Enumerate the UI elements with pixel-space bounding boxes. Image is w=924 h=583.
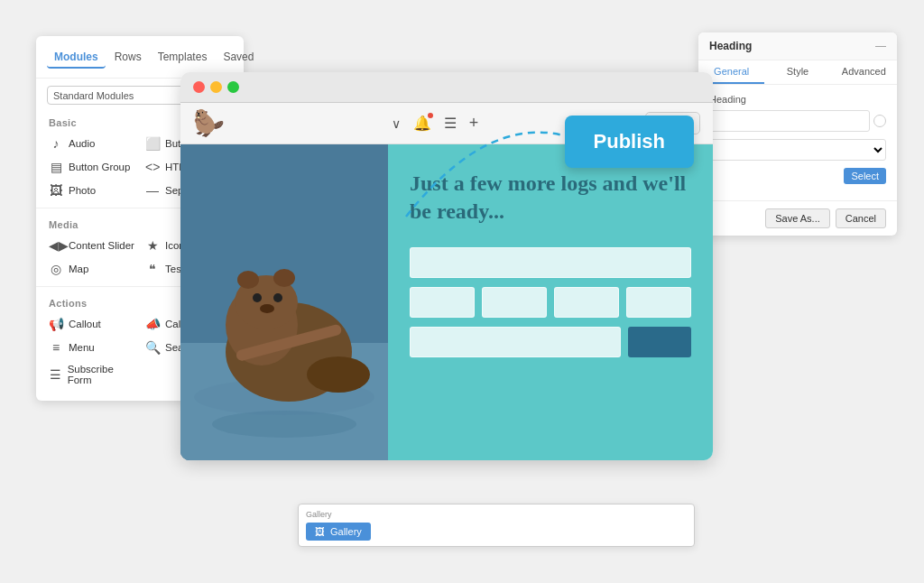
publish-button[interactable]: Publish <box>565 116 694 168</box>
tab-templates[interactable]: Templates <box>151 47 215 69</box>
content-right: Just a few more logs and we'll be ready.… <box>388 144 713 460</box>
module-menu[interactable]: ≡ Menu <box>43 336 140 359</box>
form-submit-row <box>410 327 691 357</box>
toolbar-chevron-icon[interactable]: ∨ <box>392 116 401 131</box>
gallery-item-label: Gallery <box>330 526 362 537</box>
gallery-bar: Gallery 🖼 Gallery <box>298 504 695 547</box>
call-to-action-icon: 📣 <box>145 317 160 331</box>
module-content-slider[interactable]: ◀▶ Content Slider <box>43 234 140 257</box>
module-button-group-label: Button Group <box>69 162 130 172</box>
gallery-bar-label: Gallery <box>306 510 687 519</box>
form-field-last[interactable] <box>482 287 547 318</box>
menu-icon: ≡ <box>49 340 63 355</box>
separator-icon: — <box>145 183 160 198</box>
button-icon: ⬜ <box>145 136 160 151</box>
heading-section-label: Heading <box>709 94 886 105</box>
content-slider-icon: ◀▶ <box>49 238 63 253</box>
module-photo[interactable]: 🖼 Photo <box>43 179 140 202</box>
content-headline: Just a few more logs and we'll be ready.… <box>410 170 691 226</box>
gallery-inner-item[interactable]: 🖼 Gallery <box>306 523 371 541</box>
group-label-text: Standard Modules <box>53 90 134 101</box>
form-field-email[interactable] <box>410 247 691 278</box>
svg-point-12 <box>260 304 274 313</box>
audio-icon: ♪ <box>49 136 63 151</box>
module-subscribe-form[interactable]: ☰ Subscribe Form <box>43 359 140 390</box>
module-content-slider-label: Content Slider <box>69 240 134 251</box>
right-panel-header: Heading — <box>698 32 897 60</box>
module-callout[interactable]: 📢 Callout <box>43 312 140 336</box>
module-photo-label: Photo <box>69 185 96 196</box>
beaver-image <box>180 144 388 460</box>
site-logo: 🦫 <box>193 108 225 138</box>
form-submit-button[interactable] <box>628 327 691 357</box>
select-row: Select <box>709 168 886 184</box>
testimonials-icon: ❝ <box>145 262 160 276</box>
heading-color-circle[interactable] <box>873 115 886 127</box>
heading-input-row <box>709 110 886 132</box>
svg-point-4 <box>212 411 356 438</box>
toolbar-bell-icon[interactable]: 🔔 <box>413 115 431 132</box>
heading-select[interactable] <box>709 139 886 161</box>
module-audio-label: Audio <box>69 138 95 149</box>
right-panel: Heading — General Style Advanced Heading… <box>698 32 897 236</box>
right-panel-tabs: General Style Advanced <box>698 60 897 85</box>
minimize-window-button[interactable] <box>210 81 222 93</box>
module-button-group[interactable]: ▤ Button Group <box>43 155 140 179</box>
form-submit-input[interactable] <box>410 327 621 357</box>
tab-saved[interactable]: Saved <box>216 47 261 69</box>
button-group-icon: ▤ <box>49 160 63 174</box>
right-panel-footer: Save As... Cancel <box>698 200 897 236</box>
callout-icon: 📢 <box>49 317 63 331</box>
form-field-first[interactable] <box>410 287 475 318</box>
close-window-button[interactable] <box>193 81 205 93</box>
module-callout-label: Callout <box>69 319 101 329</box>
module-subscribe-form-label: Subscribe Form <box>68 364 134 385</box>
subscribe-form-icon: ☰ <box>49 367 62 382</box>
toolbar-plus-icon[interactable]: + <box>469 114 479 133</box>
form-field-zip[interactable] <box>626 287 691 318</box>
tab-style[interactable]: Style <box>764 60 830 84</box>
svg-point-10 <box>253 293 262 302</box>
search-module-icon: 🔍 <box>145 340 160 355</box>
module-map-label: Map <box>69 264 88 274</box>
right-panel-content: Heading Select <box>698 85 897 200</box>
svg-point-9 <box>273 269 295 287</box>
module-audio[interactable]: ♪ Audio <box>43 132 140 155</box>
notification-dot <box>428 113 433 118</box>
module-map[interactable]: ◎ Map <box>43 257 140 281</box>
minimize-icon[interactable]: — <box>875 40 886 52</box>
tab-modules[interactable]: Modules <box>47 47 106 69</box>
browser-content: Just a few more logs and we'll be ready.… <box>180 144 713 460</box>
svg-point-14 <box>307 356 370 393</box>
tab-advanced[interactable]: Advanced <box>831 60 897 84</box>
html-icon: <> <box>145 160 160 174</box>
toolbar-center: ∨ 🔔 ☰ + <box>392 114 479 133</box>
traffic-lights <box>193 81 239 93</box>
select-button[interactable]: Select <box>844 168 886 184</box>
tab-rows[interactable]: Rows <box>107 47 149 69</box>
icon-icon: ★ <box>145 238 160 253</box>
browser-chrome <box>180 72 713 103</box>
save-as-button[interactable]: Save As... <box>765 208 830 228</box>
heading-input[interactable] <box>709 110 870 132</box>
map-icon: ◎ <box>49 262 63 276</box>
photo-icon: 🖼 <box>49 183 63 198</box>
right-panel-title: Heading <box>709 40 752 52</box>
gallery-item-icon: 🖼 <box>315 526 325 537</box>
form-fields-row <box>410 287 691 318</box>
svg-point-8 <box>237 271 259 289</box>
cancel-button[interactable]: Cancel <box>836 208 886 228</box>
svg-point-11 <box>273 293 282 302</box>
form-field-city[interactable] <box>554 287 619 318</box>
maximize-window-button[interactable] <box>227 81 239 93</box>
module-menu-label: Menu <box>69 342 95 353</box>
toolbar-menu-icon[interactable]: ☰ <box>444 115 457 132</box>
